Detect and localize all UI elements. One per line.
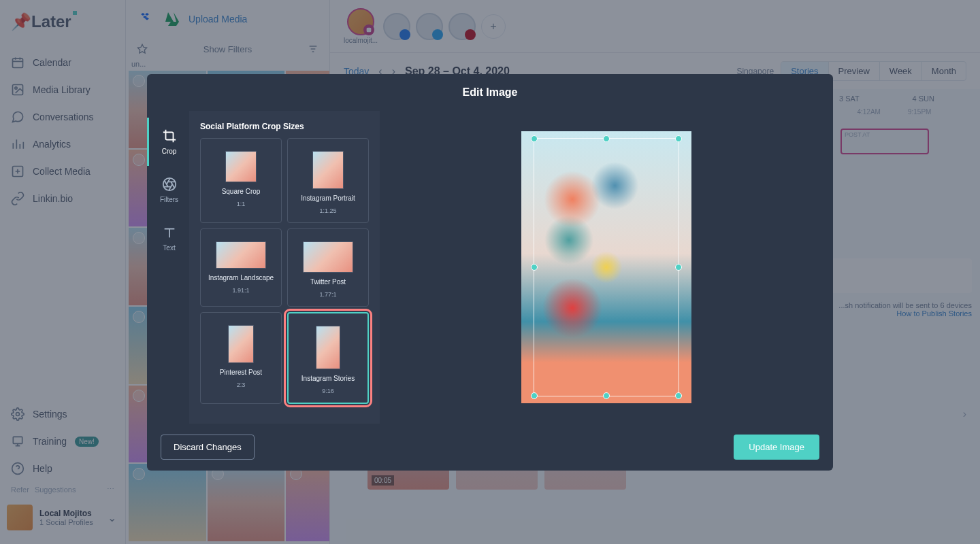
tool-crop[interactable]: Crop — [147, 118, 189, 166]
crop-handle-bc[interactable] — [603, 392, 610, 399]
crop-frame[interactable] — [534, 138, 679, 396]
tool-text[interactable]: Text — [149, 214, 189, 262]
edit-image-modal: Edit Image Crop Filters Text Social Plat… — [147, 74, 833, 471]
crop-handle-mr[interactable] — [675, 264, 682, 271]
crop-square[interactable]: Square Crop 1:1 — [200, 138, 282, 223]
crop-panel-title: Social Platform Crop Sizes — [200, 122, 369, 131]
crop-handle-br[interactable] — [675, 392, 682, 399]
crop-handle-ml[interactable] — [531, 264, 538, 271]
discard-button[interactable]: Discard Changes — [161, 435, 255, 460]
crop-instagram-landscape[interactable]: Instagram Landscape 1.91:1 — [200, 228, 282, 307]
tool-filters[interactable]: Filters — [149, 166, 189, 214]
crop-canvas[interactable] — [521, 131, 691, 403]
crop-handle-tl[interactable] — [531, 135, 538, 142]
aperture-icon — [162, 177, 177, 192]
crop-handle-bl[interactable] — [531, 392, 538, 399]
crop-instagram-portrait[interactable]: Instagram Portrait 1:1.25 — [287, 138, 369, 223]
text-icon — [162, 225, 177, 240]
crop-handle-tr[interactable] — [675, 135, 682, 142]
update-image-button[interactable]: Update Image — [734, 435, 819, 460]
crop-pinterest-post[interactable]: Pinterest Post 2:3 — [200, 312, 282, 404]
crop-twitter-post[interactable]: Twitter Post 1.77:1 — [287, 228, 369, 307]
modal-title: Edit Image — [147, 74, 833, 111]
crop-instagram-stories[interactable]: Instagram Stories 9:16 — [287, 312, 369, 404]
modal-overlay: Edit Image Crop Filters Text Social Plat… — [0, 0, 980, 544]
crop-icon — [162, 129, 177, 143]
crop-handle-tc[interactable] — [603, 135, 610, 142]
